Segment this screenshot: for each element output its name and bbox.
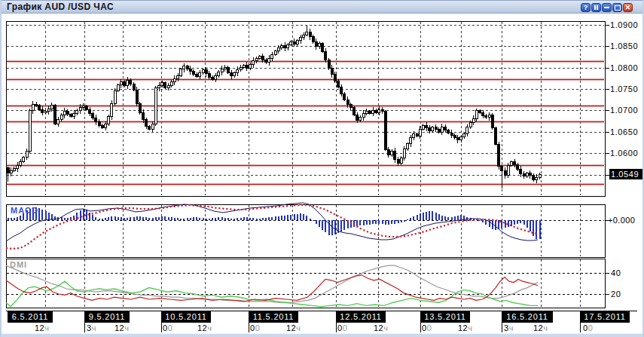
candle-down [426,125,428,127]
time-label: 12ч [114,323,129,332]
candle-down [85,106,87,110]
candle-up [170,82,172,86]
candle-up [365,111,368,113]
macd-panel-label: MACD [11,206,38,215]
candle-down [322,44,324,51]
candle-down [309,32,311,37]
candle-up [82,106,84,108]
candle-up [26,152,28,158]
candle-up [237,69,239,73]
candle-up [280,46,282,48]
candle-down [265,60,267,62]
candle-down [356,115,359,120]
candle-up [303,35,305,38]
candle-down [514,162,516,164]
date-box: 12.5.2011 [336,311,386,323]
candle-down [95,118,97,121]
time-label: 12ч [286,323,301,332]
price-tick-label: 1.0800 [610,63,644,72]
candle-up [243,65,245,67]
candle-up [218,72,220,76]
price-tick-label: 1.0750 [610,84,644,93]
candle-up [224,67,226,69]
time-label: 3ч [504,323,514,332]
candle-down [375,110,377,112]
candle-up [13,168,15,170]
date-box: 17.5.2011 [580,311,630,323]
candle-down [495,127,497,144]
candle-up [108,116,110,124]
candle-up [469,122,472,127]
time-label: 00 [337,323,347,332]
candle-down [416,133,418,136]
dmi-tick-label: 20 [611,290,621,299]
candle-up [432,127,434,131]
price-chart-svg[interactable] [2,0,644,337]
candle-down [293,41,295,44]
candle-down [340,87,343,93]
candle-up [475,111,478,119]
candle-up [120,81,122,85]
candle-down [192,72,194,74]
candle-up [221,69,223,72]
dmi-tick-label: 40 [611,268,621,277]
candle-down [397,159,399,164]
candle-down [331,68,333,74]
candle-up [158,85,160,87]
candle-up [319,44,321,47]
candle-down [438,130,440,132]
candle-up [240,67,242,69]
candle-up [391,152,393,155]
time-label: 00 [422,323,432,332]
candle-up [114,90,116,103]
window-bottom-border [2,333,642,337]
candle-up [441,127,443,132]
candle-down [368,111,371,113]
candle-up [300,38,302,41]
candle-up [177,75,179,79]
candle-up [460,137,462,140]
date-box: 13.5.2011 [420,311,470,323]
candle-up [400,158,402,164]
candle-down [444,127,447,130]
candle-up [526,173,528,176]
candle-down [533,176,535,180]
candle-up [271,54,273,59]
candle-up [215,76,217,80]
candle-up [472,119,475,123]
chart-window: График AUD /USD ЧАС ? ✕ MACD DMI 1.09001… [0,0,644,337]
time-label: 00 [163,323,172,332]
candle-down [124,81,126,85]
candle-up [50,105,53,109]
candle-up [57,120,60,124]
candle-down [130,81,132,84]
candle-up [10,170,12,173]
candle-up [536,177,538,179]
candle-up [29,110,31,151]
candle-down [205,70,207,74]
candle-down [70,114,72,116]
candle-up [403,149,405,158]
candle-down [230,72,233,76]
candle-down [66,112,69,114]
candle-down [325,51,327,60]
candle-up [17,165,19,168]
candle-down [38,105,41,109]
candle-up [488,115,490,118]
candle-up [252,61,255,65]
candle-up [463,133,465,137]
candle-down [98,121,100,125]
candle-down [429,127,431,131]
candle-down [501,167,503,171]
candle-up [183,66,185,69]
candle-down [529,173,531,175]
candle-up [105,124,107,127]
candle-up [507,165,509,176]
candle-down [148,127,151,130]
time-label: 12ч [35,323,49,332]
candle-up [79,108,81,111]
candle-up [539,175,541,177]
candle-down [450,133,453,135]
candle-down [189,69,191,71]
candle-down [164,83,166,87]
